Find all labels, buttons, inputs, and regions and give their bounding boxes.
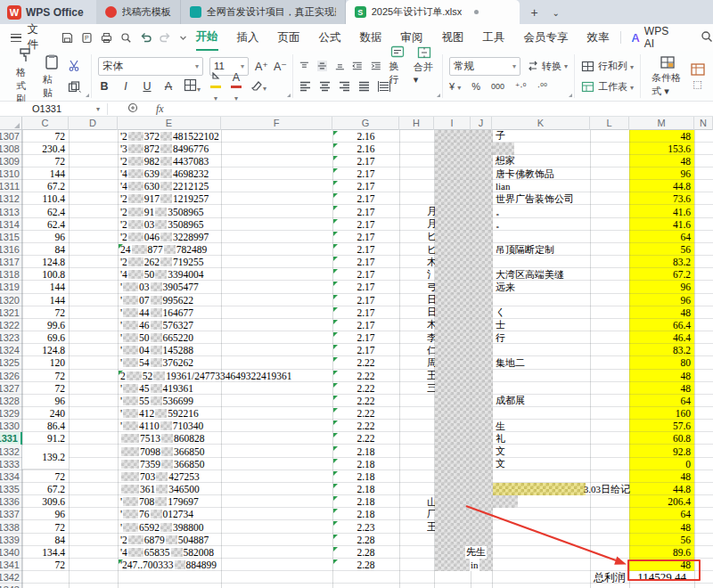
cell[interactable]: 134.4 bbox=[22, 546, 69, 559]
cell[interactable]: 集地二 bbox=[492, 356, 525, 369]
column-header-E[interactable]: E bbox=[118, 117, 221, 130]
cell[interactable]: 48 bbox=[629, 370, 694, 382]
cell[interactable]: 62.4 bbox=[22, 205, 69, 217]
cut-icon[interactable] bbox=[68, 60, 80, 71]
cell[interactable]: 91.2 bbox=[22, 432, 69, 445]
cell[interactable]: 2.22 bbox=[332, 356, 399, 369]
column-header-J[interactable]: J bbox=[471, 117, 492, 130]
cell[interactable]: 。 bbox=[492, 218, 505, 231]
row-header-1316[interactable]: 1316 bbox=[0, 243, 22, 256]
column-header-N[interactable]: N bbox=[694, 117, 713, 130]
redo-icon[interactable] bbox=[160, 32, 171, 44]
cell[interactable]: 72 bbox=[22, 370, 69, 382]
cell[interactable]: 2.17 bbox=[332, 268, 399, 281]
cell[interactable]: く bbox=[492, 306, 505, 319]
cell[interactable]: '50665220 bbox=[118, 331, 193, 344]
dialog-launcher-icon[interactable] bbox=[86, 94, 89, 97]
row-header-1308[interactable]: 1308 bbox=[0, 143, 22, 155]
increase-font-button[interactable]: A⁺ bbox=[255, 60, 267, 73]
cell[interactable]: 361346500 bbox=[118, 483, 200, 495]
cell[interactable]: 67.2 bbox=[22, 483, 69, 495]
cell[interactable]: 160 bbox=[629, 407, 694, 420]
cell[interactable]: 行 bbox=[492, 331, 505, 344]
cell[interactable]: 0 bbox=[629, 458, 694, 470]
cell[interactable]: '708179697 bbox=[118, 495, 199, 508]
cell[interactable]: 64 bbox=[629, 395, 694, 407]
cell[interactable]: 72 bbox=[22, 155, 69, 167]
cell[interactable]: 25219361/2477334649322419361 bbox=[118, 370, 291, 382]
cell[interactable]: 2.17 bbox=[332, 231, 399, 243]
cell[interactable]: 世界广告装饰公司 bbox=[492, 192, 574, 205]
borders-button[interactable]: ▾ bbox=[184, 78, 201, 95]
cell[interactable]: 66.4 bbox=[629, 319, 694, 331]
cell[interactable]: 67.2 bbox=[629, 268, 694, 281]
cell[interactable]: 48 bbox=[629, 306, 694, 319]
cell[interactable]: 69.6 bbox=[22, 331, 69, 344]
cell[interactable]: 72 bbox=[22, 559, 69, 571]
cell[interactable]: 48 bbox=[629, 130, 694, 143]
cell[interactable]: 96 bbox=[629, 167, 694, 180]
cell[interactable]: 2.17 bbox=[332, 218, 399, 231]
row-header-1336[interactable]: 1336 bbox=[0, 495, 22, 508]
row-header-1318[interactable]: 1318 bbox=[0, 268, 22, 281]
print-preview-icon[interactable] bbox=[120, 32, 132, 44]
cell[interactable]: 。 bbox=[492, 205, 505, 217]
row-header-1312[interactable]: 1312 bbox=[0, 192, 22, 205]
print-icon[interactable] bbox=[101, 32, 112, 44]
row-header-1315[interactable]: 1315 bbox=[0, 231, 22, 243]
cell[interactable]: 96 bbox=[22, 231, 69, 243]
cell[interactable]: 120 bbox=[22, 356, 69, 369]
menu-tab-data[interactable]: 数据 bbox=[360, 24, 382, 51]
cell[interactable]: lian bbox=[492, 180, 511, 192]
cell[interactable]: 80 bbox=[629, 356, 694, 369]
tab-design-project[interactable]: 全网首发设计项目，真正实现翘赚 bbox=[181, 0, 346, 24]
cell[interactable]: 2.22 bbox=[332, 382, 399, 395]
row-header-1326[interactable]: 1326 bbox=[0, 370, 22, 382]
menu-tab-view[interactable]: 视图 bbox=[442, 24, 464, 51]
italic-button[interactable]: I bbox=[119, 80, 132, 93]
row-header-1331[interactable]: 1331 bbox=[0, 432, 22, 445]
cell[interactable]: 56 bbox=[629, 534, 694, 546]
cell[interactable]: 84 bbox=[22, 243, 69, 256]
strikethrough-button[interactable]: A bbox=[162, 80, 175, 93]
row-header-1343[interactable]: 1343 bbox=[0, 584, 22, 588]
cell[interactable]: 124.8 bbox=[22, 256, 69, 268]
table-style-button[interactable]: ⬚ bbox=[688, 62, 707, 90]
cell[interactable]: 703427253 bbox=[118, 470, 200, 483]
cell[interactable]: 2.23 bbox=[332, 520, 399, 533]
cell[interactable]: 67.2 bbox=[22, 180, 69, 192]
cell[interactable]: 大湾区高端美缝 bbox=[492, 268, 564, 281]
justify-icon[interactable] bbox=[358, 81, 370, 92]
row-header-1338[interactable]: 1338 bbox=[0, 520, 22, 533]
cell[interactable]: 2.18 bbox=[332, 445, 399, 458]
row-header-1328[interactable]: 1328 bbox=[0, 395, 22, 407]
cell[interactable]: 60.8 bbox=[629, 432, 694, 445]
cell[interactable]: 2.22 bbox=[332, 432, 399, 445]
paste-button[interactable]: 粘贴 bbox=[38, 53, 65, 100]
cell[interactable]: 7513860828 bbox=[118, 432, 205, 445]
cell[interactable]: 83.2 bbox=[629, 256, 694, 268]
number-format-select[interactable]: 常规▾ bbox=[449, 57, 520, 76]
menu-tab-tools[interactable]: 工具 bbox=[483, 24, 505, 51]
cell[interactable]: 96 bbox=[629, 294, 694, 306]
cell[interactable]: 44.8 bbox=[629, 180, 694, 192]
cell[interactable]: '38728496776 bbox=[118, 143, 209, 155]
cell[interactable]: 99.6 bbox=[22, 319, 69, 331]
select-all-corner[interactable] bbox=[0, 117, 22, 130]
cell[interactable]: '46576327 bbox=[118, 319, 193, 331]
row-header-1310[interactable]: 1310 bbox=[0, 167, 22, 180]
currency-format-button[interactable]: ¥ ▾ bbox=[449, 81, 461, 92]
cell[interactable]: '07995622 bbox=[118, 294, 193, 306]
wps-home-button[interactable]: W WPS Office bbox=[0, 0, 96, 24]
percent-format-button[interactable]: % bbox=[471, 81, 480, 92]
cell[interactable]: 240 bbox=[22, 407, 69, 420]
row-header-1309[interactable]: 1309 bbox=[0, 155, 22, 167]
row-header-1319[interactable]: 1319 bbox=[0, 281, 22, 293]
row-header-1320[interactable]: 1320 bbox=[0, 294, 22, 306]
menu-tab-premium[interactable]: 会员专享 bbox=[524, 24, 569, 51]
cell[interactable]: 96 bbox=[629, 281, 694, 293]
cell[interactable]: 72 bbox=[22, 306, 69, 319]
cell[interactable]: '465835582008 bbox=[118, 546, 214, 559]
align-middle-icon[interactable] bbox=[317, 61, 327, 71]
cell[interactable]: '46302212125 bbox=[118, 180, 209, 192]
